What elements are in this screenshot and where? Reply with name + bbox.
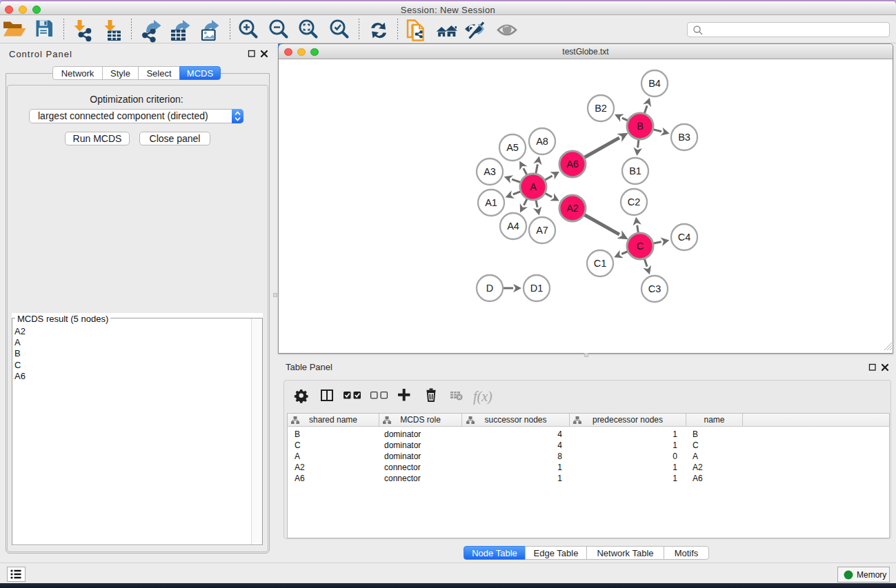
svg-text:A: A (530, 181, 537, 192)
svg-text:C2: C2 (628, 196, 641, 207)
svg-text:C4: C4 (678, 232, 691, 243)
svg-text:f(x): f(x) (473, 389, 492, 405)
svg-text:A8: A8 (536, 136, 548, 147)
svg-text:B3: B3 (678, 132, 690, 143)
svg-text:B: B (637, 121, 644, 132)
svg-text:A3: A3 (484, 166, 496, 177)
svg-text:C: C (637, 241, 644, 252)
svg-text:A7: A7 (536, 225, 548, 236)
svg-text:B4: B4 (648, 78, 661, 89)
svg-text:B2: B2 (595, 103, 607, 114)
svg-text:A4: A4 (507, 221, 519, 232)
svg-text:C1: C1 (594, 258, 607, 269)
svg-text:D1: D1 (530, 283, 544, 294)
svg-text:A1: A1 (485, 197, 497, 208)
svg-text:A5: A5 (506, 142, 519, 153)
svg-text:C3: C3 (648, 283, 661, 294)
svg-text:A6: A6 (566, 159, 579, 170)
svg-text:A2: A2 (566, 203, 579, 214)
svg-text:B1: B1 (629, 165, 641, 176)
svg-text:D: D (486, 283, 493, 294)
